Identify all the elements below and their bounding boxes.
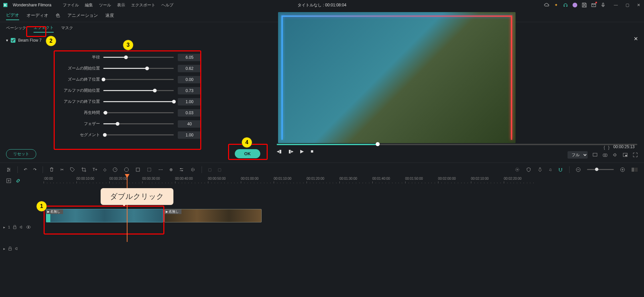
- track-video-icon[interactable]: ▸: [3, 225, 5, 229]
- slider-value[interactable]: 0.73: [178, 87, 201, 94]
- tab-audio[interactable]: オーディオ: [26, 12, 48, 20]
- slider-track[interactable]: [103, 57, 174, 58]
- mute-icon[interactable]: [19, 225, 23, 229]
- pip-icon[interactable]: [623, 152, 628, 158]
- slider-thumb[interactable]: [104, 111, 107, 115]
- screen-icon[interactable]: [592, 152, 598, 158]
- playbar-track[interactable]: [277, 144, 637, 145]
- shield-icon[interactable]: [526, 167, 531, 172]
- menu-view[interactable]: 表示: [117, 2, 125, 8]
- crop-icon[interactable]: [81, 167, 87, 172]
- cut-icon[interactable]: ✂: [60, 167, 64, 172]
- motion-icon[interactable]: [158, 167, 163, 172]
- tab-speed[interactable]: 速度: [105, 12, 114, 20]
- slider-track[interactable]: [103, 112, 174, 113]
- menu-export[interactable]: エクスポート: [131, 2, 155, 8]
- minimize-icon[interactable]: —: [613, 2, 619, 8]
- slider-thumb[interactable]: [153, 89, 157, 92]
- slider-value[interactable]: 0.62: [178, 65, 201, 72]
- visibility-icon[interactable]: [26, 225, 31, 229]
- ok-button[interactable]: OK: [235, 149, 260, 158]
- step-forward-icon[interactable]: ▮▸: [288, 148, 293, 154]
- tab-animation[interactable]: アニメーション: [67, 12, 98, 20]
- subtab-mask[interactable]: マスク: [61, 24, 73, 32]
- playbar-thumb[interactable]: [376, 142, 380, 146]
- slider-value[interactable]: 0.00: [178, 76, 201, 83]
- subtab-basic[interactable]: ベーシック: [6, 24, 26, 32]
- mic2-icon[interactable]: [537, 167, 543, 172]
- mute-icon-2[interactable]: [15, 247, 19, 251]
- stop-icon[interactable]: ■: [311, 148, 313, 154]
- slider-track[interactable]: [103, 101, 174, 102]
- close-window-icon[interactable]: ✕: [636, 2, 641, 8]
- mic-icon[interactable]: [600, 2, 606, 8]
- audio-tool-icon[interactable]: [190, 167, 196, 172]
- effect-enable-checkbox[interactable]: [11, 38, 15, 43]
- greenscreen-icon[interactable]: [135, 167, 141, 172]
- quality-select[interactable]: フル: [568, 151, 588, 159]
- menu-edit[interactable]: 編集: [85, 2, 93, 8]
- play-icon[interactable]: ▶: [300, 148, 304, 154]
- maximize-icon[interactable]: ▢: [625, 2, 630, 8]
- slider-track[interactable]: [103, 123, 174, 124]
- slider-value[interactable]: 1.00: [178, 131, 201, 139]
- subtab-effect[interactable]: エフェクト: [34, 24, 54, 33]
- undo-icon[interactable]: ↶: [24, 167, 27, 172]
- menu-help[interactable]: ヘルプ: [161, 2, 173, 8]
- keyframe-icon[interactable]: ◇: [103, 167, 106, 172]
- zoom-in-icon[interactable]: [620, 167, 625, 172]
- mask-tool-icon[interactable]: [147, 167, 152, 172]
- zoom-slider[interactable]: [587, 169, 614, 170]
- slider-thumb[interactable]: [116, 122, 119, 126]
- slider-value[interactable]: 6.05: [178, 54, 201, 61]
- tag-icon[interactable]: [70, 167, 75, 172]
- marker-icon2[interactable]: ▢: [218, 167, 221, 172]
- slider-value[interactable]: 1.00: [178, 98, 201, 105]
- tab-color[interactable]: 色: [56, 12, 60, 20]
- slider-track[interactable]: [103, 90, 174, 91]
- cloud-icon[interactable]: [544, 2, 549, 8]
- adjust-icon[interactable]: [6, 167, 11, 172]
- magnet-icon[interactable]: [558, 167, 563, 172]
- slider-thumb[interactable]: [172, 100, 176, 103]
- lock-icon-2[interactable]: [8, 247, 12, 251]
- color-icon[interactable]: [124, 167, 129, 172]
- lock-icon[interactable]: [13, 225, 17, 229]
- track-video-icon-2[interactable]: ▸: [3, 247, 5, 251]
- step-back-icon[interactable]: ◂▮: [277, 148, 282, 154]
- headset-icon[interactable]: [563, 2, 568, 8]
- export-icon[interactable]: [591, 2, 596, 8]
- link-icon[interactable]: [15, 178, 21, 183]
- timeline-add-icon[interactable]: [6, 178, 11, 183]
- render-icon[interactable]: [515, 167, 520, 172]
- zoom-out-icon[interactable]: [576, 167, 581, 172]
- slider-track[interactable]: [103, 134, 174, 135]
- effect-close-icon[interactable]: ✕: [634, 36, 638, 42]
- slider-track[interactable]: [103, 68, 174, 69]
- menu-file[interactable]: ファイル: [63, 2, 79, 8]
- slider-thumb[interactable]: [103, 133, 107, 137]
- slider-thumb[interactable]: [124, 55, 128, 59]
- delete-icon[interactable]: [49, 167, 54, 172]
- avatar-icon[interactable]: [572, 2, 578, 8]
- reset-button[interactable]: リセット: [6, 149, 36, 159]
- lightbulb-icon[interactable]: ✦: [553, 2, 559, 8]
- slider-value[interactable]: 40: [178, 120, 201, 128]
- slider-thumb[interactable]: [102, 78, 105, 81]
- speed-icon[interactable]: [112, 167, 118, 172]
- slider-value[interactable]: 0.03: [178, 109, 201, 117]
- tab-video[interactable]: ビデオ: [6, 12, 19, 20]
- clip-2[interactable]: ▶名無し: [164, 209, 262, 222]
- redo-icon[interactable]: ↷: [33, 167, 37, 172]
- slider-track[interactable]: [103, 79, 174, 80]
- settings-icon[interactable]: [179, 167, 184, 172]
- marker-add-icon[interactable]: ▢: [208, 167, 212, 172]
- view-toggle-icon[interactable]: [631, 167, 638, 172]
- tracking-icon[interactable]: ⊕: [169, 167, 173, 172]
- text-icon[interactable]: T+: [93, 167, 97, 172]
- camera-icon[interactable]: [602, 152, 608, 158]
- slider-thumb[interactable]: [145, 67, 149, 70]
- fullscreen-icon[interactable]: [633, 152, 638, 158]
- clip-1[interactable]: ▶名無し: [46, 209, 163, 222]
- timeline-ruler[interactable]: :00:0000:00:10:0000:00:20:0000:00:30:000…: [44, 176, 641, 186]
